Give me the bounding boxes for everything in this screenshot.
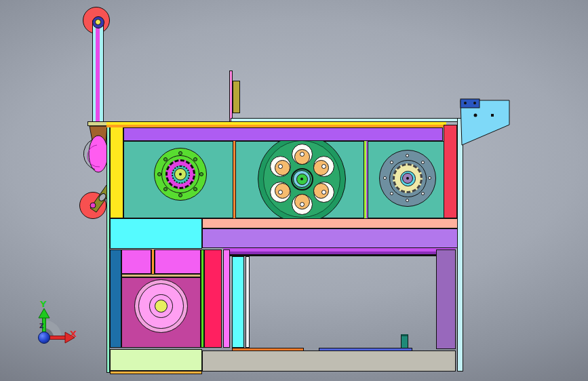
base-plate[interactable] <box>202 350 456 372</box>
left-base-rail[interactable] <box>110 371 202 374</box>
panel-divider-orange[interactable] <box>233 141 236 218</box>
left-flange-bolt <box>193 157 197 161</box>
bracket-screw <box>473 102 476 104</box>
right-leg[interactable] <box>436 249 456 349</box>
left-flange-bolt <box>178 151 182 155</box>
right-flange-bolt <box>406 199 409 202</box>
left-flange-bolt <box>178 193 182 197</box>
left-flange-bolt <box>199 172 203 176</box>
frame-top-band[interactable] <box>123 127 443 141</box>
cam-follower[interactable] <box>294 149 310 165</box>
pulley-hub-center[interactable] <box>95 19 101 25</box>
right-flange-bolt <box>428 176 431 180</box>
right-flange-bolt <box>406 154 409 157</box>
left-base-block[interactable] <box>110 349 202 371</box>
cam-bolt <box>321 190 326 195</box>
y-axis-label: Y <box>40 300 46 308</box>
cam-bolt <box>321 164 326 169</box>
cyan-leg[interactable] <box>232 256 244 348</box>
left-flange-bolt <box>157 172 161 176</box>
frame-left-column[interactable] <box>110 125 123 218</box>
tab-block[interactable] <box>233 81 240 113</box>
left-flange-bolt <box>193 187 197 191</box>
axis-triad <box>20 295 81 353</box>
left-flange-bolt <box>163 187 168 191</box>
cam-bolt <box>278 164 283 169</box>
right-flange-bolt <box>383 176 387 180</box>
dial-center[interactable] <box>155 300 168 313</box>
bracket-screw <box>464 102 467 104</box>
right-flange-dot <box>406 177 409 180</box>
frame-right-band[interactable] <box>444 125 457 218</box>
roller-pin[interactable] <box>90 203 96 208</box>
bracket-hole <box>474 114 477 117</box>
right-flange-bolt <box>421 192 425 195</box>
bracket-slot <box>491 114 494 117</box>
pulley-rod-core[interactable] <box>96 22 100 122</box>
magenta-panel-1[interactable] <box>121 249 151 274</box>
left-flange-dot <box>179 173 182 176</box>
pink-leg-strip[interactable] <box>223 249 230 348</box>
floor-cylinder[interactable] <box>401 334 408 348</box>
triad-origin-sphere[interactable] <box>39 332 50 344</box>
corner-bracket-group <box>458 95 515 149</box>
cam-bolt <box>300 152 305 157</box>
purple-rail[interactable] <box>202 228 458 248</box>
panel-divider-purple[interactable] <box>366 141 368 218</box>
cam-follower[interactable] <box>275 160 290 176</box>
under-rail-line <box>223 254 456 256</box>
z-axis-label: Z <box>39 323 44 329</box>
cam-bolt <box>278 190 283 195</box>
white-leg-strip[interactable] <box>246 256 250 348</box>
x-axis-label: X <box>70 329 77 338</box>
magenta-panel-2[interactable] <box>155 249 201 274</box>
left-leg[interactable] <box>110 249 121 348</box>
frame-right-face[interactable] <box>457 118 463 372</box>
crimson-leg[interactable] <box>204 249 222 348</box>
right-flange-bolt <box>421 161 425 164</box>
wheel-hub-dot <box>300 178 303 180</box>
salmon-rail[interactable] <box>202 218 458 228</box>
bracket-clamp[interactable] <box>460 99 479 108</box>
right-flange-bolt <box>390 192 393 195</box>
left-flange-bolt <box>163 157 168 161</box>
cad-viewport: Y X Z <box>0 0 588 381</box>
cyan-block[interactable] <box>110 218 202 249</box>
right-flange-bolt <box>390 161 393 164</box>
cam-bolt <box>300 202 305 207</box>
cam-follower[interactable] <box>275 183 290 199</box>
